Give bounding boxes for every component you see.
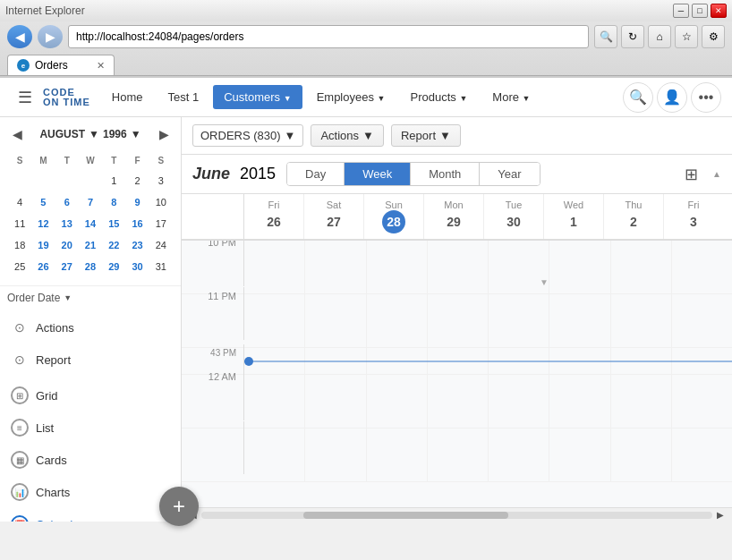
day-cell[interactable] <box>549 375 610 428</box>
tab-year[interactable]: Year <box>480 163 539 185</box>
report-button[interactable]: Report ▼ <box>391 124 461 147</box>
day-cell[interactable] <box>428 241 489 293</box>
search-addr-button[interactable]: 🔍 <box>594 25 617 48</box>
fab-button[interactable]: + <box>159 487 199 526</box>
cal-day[interactable]: 25 <box>9 257 30 276</box>
cal-day[interactable]: 11 <box>9 214 30 233</box>
sidebar-item-actions[interactable]: ⊙ Actions <box>0 311 181 344</box>
nav-more[interactable]: More ▼ <box>481 85 540 109</box>
cal-day[interactable] <box>80 171 101 191</box>
cal-day[interactable]: 19 <box>32 235 54 255</box>
day-cell[interactable] <box>367 294 428 347</box>
day-cell[interactable] <box>305 375 366 428</box>
day-cell[interactable] <box>244 294 305 347</box>
day-cell[interactable] <box>305 294 366 347</box>
cal-day[interactable] <box>9 171 30 191</box>
cal-day[interactable]: 20 <box>56 235 78 255</box>
cal-day[interactable]: 16 <box>126 214 148 233</box>
calendar-grid-icon[interactable]: ⊞ <box>685 165 698 184</box>
tab-close-button[interactable]: ✕ <box>97 60 105 72</box>
forward-button[interactable]: ▶ <box>38 25 63 48</box>
sidebar-item-list[interactable]: ≡ List <box>0 412 181 444</box>
cal-day[interactable]: 4 <box>9 192 30 212</box>
cal-day[interactable]: 8 <box>103 192 124 212</box>
cal-day[interactable]: 17 <box>150 214 172 233</box>
day-cell[interactable] <box>428 428 489 481</box>
sidebar-item-calendar[interactable]: 📅 Calendar ✓ <box>0 508 181 522</box>
sidebar-item-charts[interactable]: 📊 Charts <box>0 476 181 508</box>
week-scroll-area[interactable]: 10 PM 11 PM <box>182 241 732 507</box>
cal-day[interactable]: 29 <box>103 257 124 276</box>
day-cell[interactable] <box>489 428 549 481</box>
day-cell[interactable] <box>428 375 489 428</box>
day-cell[interactable] <box>549 294 610 347</box>
user-nav-button[interactable]: 👤 <box>657 82 687 113</box>
cal-day[interactable]: 15 <box>103 214 124 233</box>
tab-day[interactable]: Day <box>287 163 345 185</box>
day-cell[interactable] <box>367 375 428 428</box>
day-cell[interactable] <box>428 294 489 347</box>
nav-products[interactable]: Products ▼ <box>399 85 478 109</box>
cal-day[interactable]: 21 <box>80 235 101 255</box>
search-nav-button[interactable]: 🔍 <box>623 82 653 113</box>
scroll-up-button[interactable]: ▲ <box>712 169 721 179</box>
hamburger-button[interactable]: ☰ <box>11 83 39 112</box>
cal-day[interactable]: 12 <box>32 214 54 233</box>
week-day-wed1[interactable]: Wed 1 <box>544 194 604 239</box>
back-button[interactable]: ◀ <box>7 25 32 48</box>
day-cell[interactable] <box>672 241 732 293</box>
nav-test1[interactable]: Test 1 <box>157 85 210 109</box>
day-cell[interactable] <box>367 241 428 293</box>
day-cell[interactable] <box>549 241 610 293</box>
day-cell[interactable] <box>611 241 672 293</box>
actions-button[interactable]: Actions ▼ <box>311 124 384 147</box>
sidebar-item-report[interactable]: ⊙ Report <box>0 344 181 376</box>
scroll-right-button[interactable]: ▶ <box>712 507 728 522</box>
cal-day[interactable] <box>56 171 78 191</box>
day-cell[interactable] <box>611 294 672 347</box>
favorites-button[interactable]: ☆ <box>675 25 698 48</box>
day-cell[interactable] <box>611 375 672 428</box>
maximize-button[interactable]: □ <box>692 4 708 18</box>
day-cell[interactable] <box>672 428 732 481</box>
cal-day[interactable]: 23 <box>126 235 148 255</box>
cal-day[interactable]: 14 <box>80 214 101 233</box>
cal-day[interactable]: 28 <box>80 257 101 276</box>
cal-day[interactable]: 9 <box>126 192 148 212</box>
week-day-fri3[interactable]: Fri 3 <box>664 194 723 239</box>
cal-day[interactable]: 31 <box>150 257 172 276</box>
refresh-button[interactable]: ↻ <box>621 25 644 48</box>
day-cell[interactable] <box>244 428 305 481</box>
close-button[interactable]: ✕ <box>711 4 727 18</box>
day-cell[interactable] <box>489 375 549 428</box>
settings-button[interactable]: ⚙ <box>702 25 725 48</box>
sidebar-item-cards[interactable]: ▦ Cards <box>0 444 181 476</box>
cal-day[interactable]: 5 <box>32 192 54 212</box>
week-day-mon29[interactable]: Mon 29 <box>424 194 484 239</box>
day-cell[interactable] <box>305 428 366 481</box>
week-day-fri26[interactable]: Fri 26 <box>244 194 304 239</box>
scroll-down-button[interactable]: ▼ <box>540 277 549 287</box>
nav-employees[interactable]: Employees ▼ <box>306 85 396 109</box>
cal-day[interactable]: 7 <box>80 192 101 212</box>
cal-year-label[interactable]: 1996 <box>103 128 127 140</box>
cal-day[interactable]: 2 <box>126 171 148 191</box>
day-cell[interactable] <box>244 241 305 293</box>
cal-next-button[interactable]: ▶ <box>154 124 174 144</box>
cal-day[interactable]: 18 <box>9 235 30 255</box>
day-cell[interactable] <box>549 428 610 481</box>
day-cell[interactable] <box>489 294 549 347</box>
cal-day[interactable]: 10 <box>150 192 172 212</box>
day-cell[interactable] <box>611 428 672 481</box>
day-cell[interactable] <box>672 294 732 347</box>
cal-day[interactable] <box>32 171 54 191</box>
day-cell[interactable] <box>672 375 732 428</box>
cal-day[interactable]: 3 <box>150 171 172 191</box>
cal-day[interactable]: 27 <box>56 257 78 276</box>
scroll-thumb[interactable] <box>303 512 507 519</box>
week-day-sat27[interactable]: Sat 27 <box>304 194 364 239</box>
scroll-track[interactable] <box>201 512 712 519</box>
more-nav-button[interactable]: ••• <box>691 82 721 113</box>
week-day-thu2[interactable]: Thu 2 <box>604 194 664 239</box>
cal-day[interactable]: 26 <box>32 257 54 276</box>
